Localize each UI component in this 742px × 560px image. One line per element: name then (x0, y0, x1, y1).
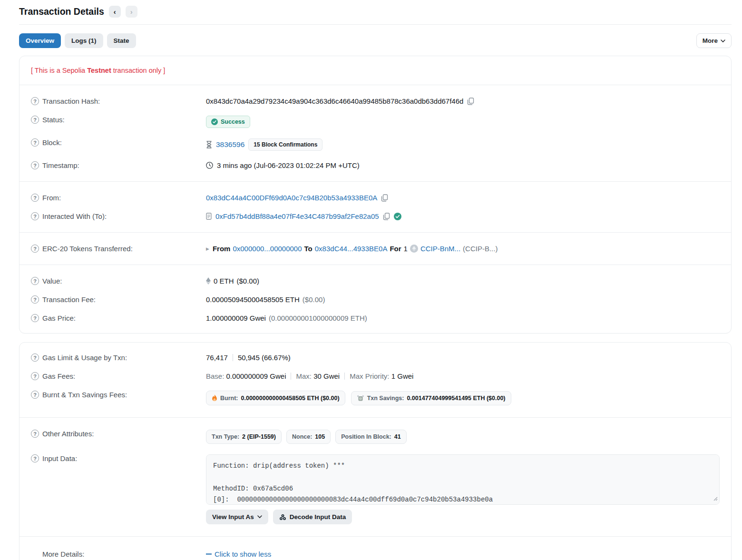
flame-icon (212, 394, 217, 402)
gas-price-eth: (0.000000001000000009 ETH) (269, 314, 367, 322)
transaction-fee-amount: 0.000050945000458505 ETH (206, 295, 300, 304)
erc20-token-link[interactable]: CCIP-BnM... (420, 245, 460, 253)
copy-icon[interactable] (381, 194, 388, 202)
section-from-to: ? From: 0x83dC44a4C00DFf69d0A0c7c94B20b5… (31, 186, 720, 228)
gas-price-label: Gas Price: (42, 314, 76, 322)
timestamp-value: 3 mins ago (Jul-06-2023 01:02:24 PM +UTC… (217, 161, 360, 169)
value-amount: 0 ETH (214, 277, 234, 285)
erc20-to-address-link[interactable]: 0x83dC44...4933BE0A (315, 245, 388, 253)
copy-icon[interactable] (467, 98, 474, 105)
nonce-badge: Nonce: 105 (286, 430, 331, 444)
chevron-down-icon (721, 39, 725, 43)
question-icon: ? (31, 194, 39, 202)
tabs-row: Overview Logs (1) State More (19, 33, 732, 48)
divider (20, 417, 731, 418)
burnt-label: Burnt: (220, 395, 238, 402)
row-from: ? From: 0x83dC44a4C00DFf69d0A0c7c94B20b5… (31, 188, 720, 207)
block-number-link[interactable]: 3836596 (216, 140, 244, 149)
tab-state[interactable]: State (107, 33, 136, 48)
max-fee-label: Max: (296, 372, 312, 380)
to-address-link[interactable]: 0xFd57b4ddBf88a4e07fF4e34C487b99af2Fe82a… (215, 212, 379, 220)
erc20-from-address-link[interactable]: 0x000000...00000000 (233, 245, 302, 253)
gas-usage-value: 50,945 (66.67%) (238, 354, 291, 362)
row-timestamp: ? Timestamp: 3 mins ago (Jul-06-2023 01:… (31, 156, 720, 175)
status-badge: Success (206, 116, 250, 128)
check-circle-icon (211, 118, 218, 125)
nonce-label: Nonce: (292, 433, 312, 440)
from-label: From: (42, 194, 61, 202)
page-header: Transaction Details ‹ › (19, 0, 732, 25)
row-erc20-transfers: ? ERC-20 Tokens Transferred: ▶ From 0x00… (31, 239, 720, 258)
value-label: Value: (42, 277, 62, 285)
row-more-details: More Details: Click to show less (31, 543, 720, 560)
txn-savings-label: Txn Savings: (367, 395, 404, 402)
row-other-attributes: ? Other Attributes: Txn Type: 2 (EIP-155… (31, 424, 720, 449)
more-details-label: More Details: (42, 550, 84, 558)
row-input-data: ? Input Data: Function: drip(address tok… (31, 449, 720, 530)
section-more-details: More Details: Click to show less (31, 540, 720, 560)
separator (344, 373, 345, 380)
gas-limit-value: 76,417 (206, 354, 228, 362)
row-transaction-hash: ? Transaction Hash: 0x843dc70a4a29d79234… (31, 92, 720, 110)
burnt-savings-label: Burnt & Txn Savings Fees: (42, 391, 127, 399)
position-in-block-value: 41 (394, 433, 401, 440)
other-attributes-label: Other Attributes: (42, 430, 94, 438)
txn-savings-value: 0.001477404999541495 ETH ($0.00) (407, 395, 505, 402)
row-value: ? Value: 0 ETH ($0.00) (31, 272, 720, 290)
block-confirmations-badge: 15 Block Confirmations (248, 138, 322, 151)
max-priority-fee-value: 1 Gwei (391, 372, 414, 380)
tab-logs[interactable]: Logs (1) (65, 33, 103, 48)
show-less-link[interactable]: Click to show less (206, 550, 271, 558)
decode-input-data-label: Decode Input Data (290, 513, 346, 521)
gas-price-amount: 1.000000009 Gwei (206, 314, 266, 322)
max-priority-fee-label: Max Priority: (350, 372, 389, 380)
question-icon: ? (31, 372, 39, 380)
more-button[interactable]: More (696, 33, 732, 48)
separator (291, 373, 291, 380)
from-address-link[interactable]: 0x83dC44a4C00DFf69d0A0c7c94B20b53a4933BE… (206, 194, 377, 202)
decode-input-data-button[interactable]: Decode Input Data (273, 510, 352, 524)
minus-icon (206, 553, 212, 555)
position-in-block-label: Position In Block: (341, 433, 391, 440)
copy-icon[interactable] (383, 213, 390, 220)
section-other-input: ? Other Attributes: Txn Type: 2 (EIP-155… (31, 422, 720, 532)
max-fee-value: 30 Gwei (313, 372, 340, 380)
timestamp-label: Timestamp: (42, 161, 79, 169)
chevron-down-icon (257, 515, 262, 519)
testnet-warning: [ This is a Sepolia Testnet transaction … (31, 59, 720, 81)
overview-card: [ This is a Sepolia Testnet transaction … (19, 56, 732, 334)
row-gas-price: ? Gas Price: 1.000000009 Gwei (0.0000000… (31, 309, 720, 327)
question-icon: ? (31, 354, 39, 362)
base-fee-value: 0.000000009 Gwei (226, 372, 286, 380)
position-in-block-badge: Position In Block: 41 (335, 430, 406, 444)
question-icon: ? (31, 277, 39, 285)
txn-type-label: Txn Type: (212, 433, 239, 440)
tab-overview[interactable]: Overview (19, 33, 61, 48)
txn-type-value: 2 (EIP-1559) (242, 433, 276, 440)
view-input-as-button[interactable]: View Input As (206, 510, 268, 524)
verified-check-icon (394, 213, 401, 220)
prev-transaction-button[interactable]: ‹ (109, 6, 121, 18)
erc20-token-symbol: (CCIP-B...) (463, 245, 498, 253)
divider (20, 232, 731, 233)
divider (20, 536, 731, 537)
section-value-fee-gas: ? Value: 0 ETH ($0.00) ? Transaction Fee… (31, 269, 720, 330)
decode-cubes-icon (279, 514, 286, 521)
transaction-fee-label: Transaction Fee: (42, 295, 96, 304)
resize-handle-icon[interactable] (713, 495, 718, 503)
base-fee-label: Base: (206, 372, 224, 380)
input-data-box[interactable]: Function: drip(address token) *** Method… (206, 454, 720, 505)
question-icon: ? (31, 454, 39, 462)
section-erc20: ? ERC-20 Tokens Transferred: ▶ From 0x00… (31, 236, 720, 261)
row-block: ? Block: 3836596 15 Block Confirmations (31, 133, 720, 156)
row-status: ? Status: Success (31, 110, 720, 133)
row-burnt-savings: ? Burnt & Txn Savings Fees: Burnt: 0.000… (31, 385, 720, 411)
next-transaction-button[interactable]: › (126, 6, 137, 18)
status-badge-text: Success (221, 118, 245, 125)
value-usd: ($0.00) (237, 277, 260, 285)
gas-fees-label: Gas Fees: (42, 372, 75, 380)
more-button-label: More (703, 37, 718, 44)
question-icon: ? (31, 314, 39, 322)
erc20-from-label: From (213, 245, 231, 253)
nonce-value: 105 (315, 433, 325, 440)
